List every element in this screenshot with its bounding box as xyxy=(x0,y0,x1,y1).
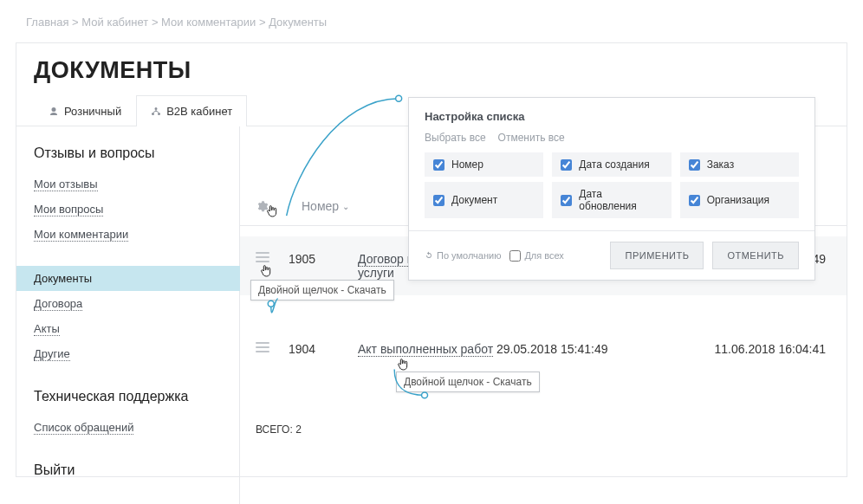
cell-number: 1904 xyxy=(289,342,358,356)
cell-number: 1905 xyxy=(289,252,358,266)
select-all-link[interactable]: Выбрать все xyxy=(425,132,486,144)
cell-updated: 11.06.2018 16:04:41 xyxy=(661,342,831,356)
sidebar-support-heading: Техническая поддержка xyxy=(16,385,239,415)
sidebar-item-acts[interactable]: Акты xyxy=(16,316,239,341)
sidebar-item-my-questions[interactable]: Мои вопросы xyxy=(16,197,239,222)
check-created[interactable]: Дата создания xyxy=(552,152,671,177)
settings-grid: Номер Дата создания Заказ Документ Дата … xyxy=(409,152,814,230)
main-panel: ДОКУМЕНТЫ Розничный B2B кабинет Отзывы и… xyxy=(16,42,847,477)
check-document[interactable]: Документ xyxy=(425,182,543,218)
tab-b2b-label: B2B кабинет xyxy=(166,105,232,118)
reset-default-link[interactable]: По умолчанию xyxy=(425,250,501,261)
cell-doc: Акт выполненных работ xyxy=(358,342,496,356)
sidebar-item-tickets[interactable]: Список обращений xyxy=(16,415,239,440)
download-tooltip: Двойной щелчок - Скачать xyxy=(396,372,540,392)
sort-caret-icon: ⌄ xyxy=(342,202,349,211)
crumb-2[interactable]: Мои комментарии xyxy=(161,16,256,29)
cursor-icon xyxy=(265,204,279,218)
sidebar-logout[interactable]: Выйти xyxy=(16,459,239,488)
checkbox-org[interactable] xyxy=(689,195,700,206)
crumb-0[interactable]: Главная xyxy=(26,16,68,29)
sidebar-item-my-reviews[interactable]: Мои отзывы xyxy=(16,171,239,197)
checkbox-number[interactable] xyxy=(433,159,444,171)
crumb-1[interactable]: Мой кабинет xyxy=(81,16,148,29)
drag-handle-icon[interactable] xyxy=(256,342,269,352)
settings-popup: Настройка списка Выбрать все Отменить вс… xyxy=(408,97,815,281)
table-row: 1904 Акт выполненных работ 29.05.2018 15… xyxy=(240,326,847,372)
total-count: 2 xyxy=(295,423,302,436)
reset-icon xyxy=(425,251,433,260)
org-icon xyxy=(151,107,161,117)
settings-footer: По умолчанию Для всех ПРИМЕНИТЬ ОТМЕНИТЬ xyxy=(409,230,814,280)
checkbox-created[interactable] xyxy=(561,159,572,171)
gear-wrap xyxy=(256,199,282,213)
sidebar-item-other[interactable]: Другие xyxy=(16,341,239,366)
check-number[interactable]: Номер xyxy=(425,152,543,177)
check-order[interactable]: Заказ xyxy=(680,152,799,177)
page-title: ДОКУМЕНТЫ xyxy=(16,43,847,94)
sidebar-reviews-heading: Отзывы и вопросы xyxy=(16,142,239,171)
download-tooltip: Двойной щелчок - Скачать xyxy=(250,280,394,300)
cursor-icon xyxy=(396,358,410,372)
sidebar-item-documents[interactable]: Документы xyxy=(16,266,240,291)
deselect-all-link[interactable]: Отменить все xyxy=(498,132,565,144)
tab-retail[interactable]: Розничный xyxy=(34,95,136,126)
col-header-number[interactable]: Номер ⌄ xyxy=(302,199,349,213)
doc-link[interactable]: Акт выполненных работ xyxy=(358,342,493,357)
drag-handle-icon[interactable] xyxy=(256,252,269,262)
settings-links: Выбрать все Отменить все xyxy=(409,132,814,152)
breadcrumb: Главная > Мой кабинет > Мои комментарии … xyxy=(0,0,863,37)
cursor-icon xyxy=(259,264,273,278)
sidebar-item-my-comments[interactable]: Мои комментарии xyxy=(16,222,239,247)
checkbox-order[interactable] xyxy=(689,159,700,171)
check-updated[interactable]: Дата обновления xyxy=(552,182,671,218)
cell-created: 29.05.2018 15:41:49 xyxy=(496,342,661,356)
total-label: ВСЕГО: xyxy=(256,423,293,436)
check-org[interactable]: Организация xyxy=(680,182,799,218)
checkbox-document[interactable] xyxy=(433,195,444,206)
checkbox-for-all[interactable] xyxy=(509,250,521,262)
user-icon xyxy=(49,107,59,117)
sidebar-item-contracts[interactable]: Договора xyxy=(16,291,239,316)
apply-button[interactable]: ПРИМЕНИТЬ xyxy=(610,242,704,269)
footer-total: ВСЕГО: 2 xyxy=(240,410,847,449)
sidebar: Отзывы и вопросы Мои отзывы Мои вопросы … xyxy=(16,126,240,504)
tab-retail-label: Розничный xyxy=(64,105,121,118)
tab-b2b[interactable]: B2B кабинет xyxy=(136,95,247,126)
for-all-check[interactable]: Для всех xyxy=(509,250,563,262)
settings-title: Настройка списка xyxy=(409,98,814,132)
crumb-3: Документы xyxy=(269,16,327,29)
checkbox-updated[interactable] xyxy=(561,195,572,206)
cancel-button[interactable]: ОТМЕНИТЬ xyxy=(712,242,799,269)
